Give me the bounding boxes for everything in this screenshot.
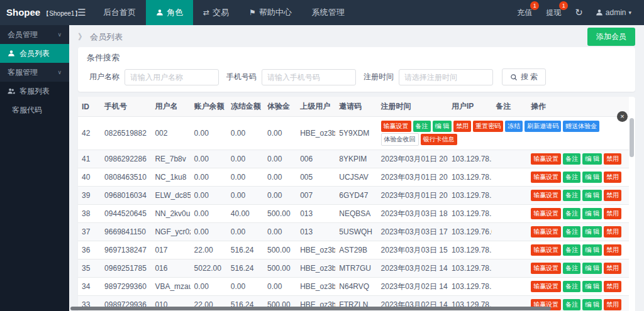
- nav-item-help[interactable]: ⚑帮助中心: [239, 0, 302, 25]
- horizontal-scrollbar[interactable]: [70, 307, 551, 310]
- sidebar-item-service-code[interactable]: 客服代码: [0, 101, 69, 119]
- edit-button[interactable]: 编 辑: [582, 281, 602, 292]
- bank-card-info-button[interactable]: 银行卡信息: [421, 134, 457, 145]
- win-loss-settings-button[interactable]: 输赢设置: [531, 208, 561, 219]
- edit-button[interactable]: 编 辑: [582, 299, 602, 310]
- column-header: 账户余额: [191, 97, 227, 117]
- disable-button[interactable]: 禁用: [604, 263, 621, 274]
- admin-menu[interactable]: admin ▾: [591, 8, 636, 17]
- remark-button[interactable]: 备注: [563, 244, 580, 256]
- nav-item-system[interactable]: 系统管理: [302, 0, 355, 25]
- search-input-username[interactable]: [125, 69, 219, 85]
- remark-button[interactable]: 备注: [563, 263, 580, 274]
- cell-invite: 6GYD47: [335, 187, 377, 205]
- disable-button[interactable]: 禁用: [604, 172, 621, 183]
- table-row: 410986292286RE_7b8v0.000.000.000068YKPIM…: [78, 150, 629, 168]
- win-loss-settings-button[interactable]: 输赢设置: [531, 244, 561, 256]
- breadcrumb: 》 会员列表: [78, 31, 123, 43]
- sidebar-group-member-management[interactable]: 会员管理∨: [0, 25, 69, 44]
- disable-button[interactable]: 禁用: [604, 190, 621, 201]
- disable-button[interactable]: 禁用: [604, 244, 621, 256]
- sidebar-filler: [0, 119, 69, 311]
- row-actions: 输赢设置备注编 辑禁用: [527, 241, 629, 259]
- hamburger-icon[interactable]: ☰: [70, 0, 93, 25]
- remark-button[interactable]: 备注: [563, 153, 580, 165]
- search-button[interactable]: 搜 索: [502, 68, 546, 85]
- win-loss-settings-button[interactable]: 输赢设置: [531, 172, 561, 183]
- cell-phone: 0944520645: [101, 205, 151, 223]
- row-actions: 输赢设置备注编 辑禁用: [527, 223, 629, 241]
- win-loss-settings-button[interactable]: 输赢设置: [531, 153, 561, 165]
- disable-button[interactable]: 禁用: [604, 153, 621, 165]
- disable-button[interactable]: 禁用: [604, 299, 621, 310]
- table-header-row: ID手机号用户名账户余额冻结金额体验金上级用户邀请码注册时间用户IP备注操作: [78, 97, 629, 117]
- edit-button[interactable]: 编 辑: [582, 263, 602, 274]
- nav-item-role[interactable]: 角色: [146, 0, 193, 25]
- win-loss-settings-button[interactable]: 输赢设置: [531, 281, 561, 292]
- disable-button[interactable]: 禁用: [604, 281, 621, 292]
- cell-frozen: 0.00: [227, 187, 264, 205]
- refresh-invite-code-button[interactable]: 刷新邀请码: [525, 121, 561, 132]
- cell-parent: 007: [296, 187, 335, 205]
- remark-button[interactable]: 备注: [563, 281, 580, 292]
- disable-button[interactable]: 禁用: [453, 121, 471, 132]
- remark-button[interactable]: 备注: [563, 226, 580, 237]
- search-input-reg-time[interactable]: [399, 69, 493, 85]
- cell-ip: 103.129.78.114: [448, 278, 492, 296]
- nav-item-trade[interactable]: ⇄交易: [193, 0, 239, 25]
- table-row: 379669841150NGF_ycr0z0.000.000.000135USW…: [78, 223, 629, 241]
- win-loss-settings-button[interactable]: 输赢设置: [381, 121, 411, 132]
- user-icon: [596, 9, 603, 16]
- freeze-button[interactable]: 冻结: [505, 121, 523, 132]
- remark-button[interactable]: 备注: [413, 121, 431, 132]
- search-input-phone[interactable]: [262, 69, 356, 85]
- edit-button[interactable]: 编 辑: [582, 153, 602, 165]
- reclaim-trial-money-button[interactable]: 体验金收回: [381, 133, 419, 146]
- cell-parent: HBE_oz3b: [296, 278, 335, 296]
- edit-button[interactable]: 编 辑: [582, 244, 602, 256]
- add-member-button[interactable]: 添加会员: [587, 28, 635, 46]
- disable-button[interactable]: 禁用: [604, 226, 621, 237]
- sidebar-group-service-management[interactable]: 客服管理∨: [0, 63, 69, 82]
- vertical-scrollbar[interactable]: [630, 118, 634, 157]
- edit-button[interactable]: 编 辑: [582, 208, 602, 219]
- reset-password-button[interactable]: 重置密码: [473, 121, 503, 132]
- gift-trial-money-button[interactable]: 赠送体验金: [563, 121, 599, 132]
- cell-ip: 103.129.78.170: [448, 259, 492, 278]
- cell-id: 42: [78, 117, 101, 150]
- remark-button[interactable]: 备注: [563, 208, 580, 219]
- nav-item-label: 后台首页: [103, 7, 136, 18]
- nav-item-label: 角色: [167, 7, 183, 18]
- close-icon[interactable]: ×: [617, 111, 628, 122]
- edit-button[interactable]: 编 辑: [582, 172, 602, 183]
- sidebar-item-member-list[interactable]: 会员列表: [0, 44, 69, 63]
- recharge-button[interactable]: 充值 1: [511, 8, 538, 18]
- withdraw-button[interactable]: 提现 1: [540, 8, 567, 18]
- refresh-icon[interactable]: ↻: [569, 7, 589, 18]
- cell-balance: 22.00: [191, 241, 227, 259]
- disable-button[interactable]: 禁用: [604, 208, 621, 219]
- edit-button[interactable]: 编 辑: [433, 121, 452, 132]
- column-header: 体验金: [264, 97, 296, 117]
- remark-button[interactable]: 备注: [563, 299, 580, 310]
- remark-button[interactable]: 备注: [563, 190, 580, 201]
- edit-button[interactable]: 编 辑: [582, 226, 602, 237]
- cell-username: 002: [151, 117, 190, 150]
- withdraw-badge: 1: [559, 1, 568, 10]
- cell-phone: 0969251785: [101, 259, 151, 278]
- topbar-right: 充值 1 提现 1 ↻ admin ▾: [511, 7, 644, 18]
- edit-button[interactable]: 编 辑: [582, 190, 602, 201]
- win-loss-settings-button[interactable]: 输赢设置: [531, 190, 561, 201]
- table-row: 3509692517850165022.00516.24500.00HBE_oz…: [78, 259, 629, 278]
- win-loss-settings-button[interactable]: 输赢设置: [531, 263, 561, 274]
- flag-icon: ⚑: [249, 8, 256, 17]
- cell-id: 40: [78, 168, 101, 187]
- cell-trial: 500.00: [264, 205, 296, 223]
- cell-parent: 005: [296, 168, 335, 187]
- remark-button[interactable]: 备注: [563, 172, 580, 183]
- win-loss-settings-button[interactable]: 输赢设置: [531, 226, 561, 237]
- nav-item-home[interactable]: 后台首页: [93, 0, 146, 25]
- sidebar-item-service-list[interactable]: 客服列表: [0, 82, 69, 101]
- withdraw-label: 提现: [546, 8, 561, 17]
- user-icon: [8, 50, 15, 57]
